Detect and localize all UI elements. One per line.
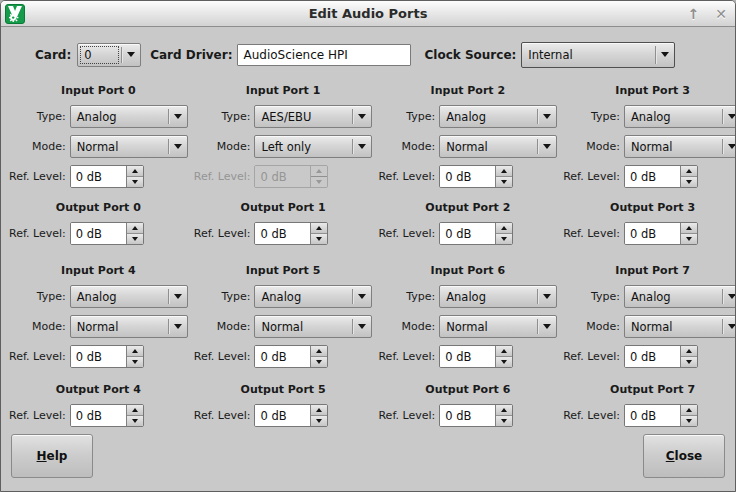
input-port-5-ref-level-spin-down-button[interactable] — [311, 357, 327, 367]
output-port-0-ref-level-spin-buttons — [126, 223, 143, 244]
input-port-7-ref-level-spin-down-button[interactable] — [681, 357, 697, 367]
input-port-7-ref-level-spin-entry[interactable]: 0 dB — [625, 346, 680, 367]
input-port-4-ref-level-spin-buttons — [126, 346, 143, 367]
output-port-7-ref-level-spin-up-button[interactable] — [681, 405, 697, 416]
input-port-2-mode-combo-value: Normal — [440, 136, 537, 157]
output-port-1-ref-level-spin: 0 dB — [254, 222, 328, 245]
input-port-7-type-combo[interactable]: Analog — [624, 285, 736, 308]
input-port-0-ref-level-spin-up-button[interactable] — [127, 166, 143, 177]
output-port-1-ref-level-spin-down-button[interactable] — [311, 234, 327, 244]
input-port-0-ref-level-spin-down-button[interactable] — [127, 177, 143, 187]
input-port-2-mode-combo[interactable]: Normal — [439, 135, 557, 158]
input-port-7-ref-level-spin-up-button[interactable] — [681, 346, 697, 357]
spin-down-icon — [132, 237, 138, 241]
output-port-4-ref-level-spin-entry[interactable]: 0 dB — [71, 405, 126, 426]
input-port-4-header: Input Port 4 — [9, 264, 188, 279]
input-port-3-mode-combo[interactable]: Normal — [624, 135, 736, 158]
output-port-1-cell: Output Port 1Ref. Level:0 dB — [194, 201, 373, 252]
output-port-5-ref-level-spin-down-button[interactable] — [311, 416, 327, 426]
output-port-6-ref-level-spin-entry[interactable]: 0 dB — [440, 405, 495, 426]
input-port-4-ref-level-spin-entry[interactable]: 0 dB — [71, 346, 126, 367]
dropdown-arrow-icon — [353, 324, 371, 329]
dropdown-arrow-icon — [169, 144, 187, 149]
spin-down-icon — [316, 180, 322, 184]
input-port-4-ref-level-spin-up-button[interactable] — [127, 346, 143, 357]
card-combo[interactable]: 0 — [77, 43, 141, 67]
ref-level-label: Ref. Level: — [378, 409, 435, 422]
input-port-0-type-combo[interactable]: Analog — [70, 105, 188, 128]
input-port-3-ref-level-spin-up-button[interactable] — [681, 166, 697, 177]
input-port-5-ref-level-spin-up-button[interactable] — [311, 346, 327, 357]
output-port-0-ref-level-spin-down-button[interactable] — [127, 234, 143, 244]
input-port-0-mode-combo-value: Normal — [71, 136, 168, 157]
input-port-2-ref-level-spin-down-button[interactable] — [496, 177, 512, 187]
output-port-2-ref-level-spin-up-button[interactable] — [496, 223, 512, 234]
input-port-5-ref-level-spin-entry[interactable]: 0 dB — [255, 346, 310, 367]
ref-level-label: Ref. Level: — [9, 170, 66, 183]
output-port-7-ref-level-spin-down-button[interactable] — [681, 416, 697, 426]
dropdown-arrow-icon — [723, 294, 736, 299]
input-port-6-ref-level-spin-down-button[interactable] — [496, 357, 512, 367]
input-port-4-ref-level-spin: 0 dB — [70, 345, 144, 368]
input-port-5-mode-combo[interactable]: Normal — [254, 315, 372, 338]
output-port-3-ref-level-spin-up-button[interactable] — [681, 223, 697, 234]
output-port-3-ref-level-spin-down-button[interactable] — [681, 234, 697, 244]
input-port-3-type-combo-value: Analog — [625, 106, 722, 127]
output-port-4-ref-level-spin-down-button[interactable] — [127, 416, 143, 426]
input-port-3-ref-level-spin-entry[interactable]: 0 dB — [625, 166, 680, 187]
input-port-6-ref-level-spin-up-button[interactable] — [496, 346, 512, 357]
output-port-section: Output Port 0Ref. Level:0 dBOutput Port … — [5, 201, 731, 252]
input-port-6-type-combo[interactable]: Analog — [439, 285, 557, 308]
output-port-6-ref-level-spin-down-button[interactable] — [496, 416, 512, 426]
input-port-6-ref-level-spin-entry[interactable]: 0 dB — [440, 346, 495, 367]
dropdown-arrow-icon — [723, 114, 736, 119]
input-port-1-mode-combo[interactable]: Left only — [254, 135, 372, 158]
output-port-5-ref-level-spin: 0 dB — [254, 404, 328, 427]
input-port-5-type-combo[interactable]: Analog — [254, 285, 372, 308]
output-port-3-ref-level-spin: 0 dB — [624, 222, 698, 245]
output-port-0-ref-level-spin-up-button[interactable] — [127, 223, 143, 234]
input-port-3-ref-level-spin-down-button[interactable] — [681, 177, 697, 187]
output-port-6-ref-level-spin-up-button[interactable] — [496, 405, 512, 416]
output-port-2-ref-level-spin-down-button[interactable] — [496, 234, 512, 244]
mode-label: Mode: — [194, 140, 251, 153]
close-window-icon[interactable]: ✕ — [715, 7, 727, 21]
output-port-7-header: Output Port 7 — [563, 383, 736, 398]
ref-level-label: Ref. Level: — [563, 409, 620, 422]
input-port-section: Input Port 4Type:AnalogMode:NormalRef. L… — [5, 264, 731, 375]
output-port-1-ref-level-spin-entry[interactable]: 0 dB — [255, 223, 310, 244]
input-port-6-header: Input Port 6 — [378, 264, 557, 279]
input-port-0-ref-level-spin-entry[interactable]: 0 dB — [71, 166, 126, 187]
output-port-5-ref-level-spin-entry[interactable]: 0 dB — [255, 405, 310, 426]
output-port-1-ref-level-spin-up-button[interactable] — [311, 223, 327, 234]
input-port-2-ref-level-spin-entry[interactable]: 0 dB — [440, 166, 495, 187]
shade-window-icon[interactable]: ↑ — [688, 7, 700, 21]
output-port-5-ref-level-spin-up-button[interactable] — [311, 405, 327, 416]
input-port-2-ref-level-spin: 0 dB — [439, 165, 513, 188]
input-port-1-type-combo[interactable]: AES/EBU — [254, 105, 372, 128]
input-port-2-type-combo[interactable]: Analog — [439, 105, 557, 128]
input-port-4-mode-combo[interactable]: Normal — [70, 315, 188, 338]
input-port-0-mode-combo[interactable]: Normal — [70, 135, 188, 158]
input-port-section: Input Port 0Type:AnalogMode:NormalRef. L… — [5, 84, 731, 195]
output-port-4-ref-level-spin-up-button[interactable] — [127, 405, 143, 416]
output-port-7-ref-level-spin-entry[interactable]: 0 dB — [625, 405, 680, 426]
input-port-4-type-combo[interactable]: Analog — [70, 285, 188, 308]
output-port-0-ref-level-spin-entry[interactable]: 0 dB — [71, 223, 126, 244]
output-port-3-ref-level-spin-entry[interactable]: 0 dB — [625, 223, 680, 244]
help-button[interactable]: Help — [11, 434, 93, 478]
output-port-2-ref-level-spin-entry[interactable]: 0 dB — [440, 223, 495, 244]
input-port-2-ref-level-spin-up-button[interactable] — [496, 166, 512, 177]
output-port-0-cell: Output Port 0Ref. Level:0 dB — [9, 201, 188, 252]
output-port-4-ref-level-spin: 0 dB — [70, 404, 144, 427]
input-port-3-type-combo[interactable]: Analog — [624, 105, 736, 128]
card-driver-input[interactable] — [237, 44, 411, 66]
clock-source-combo[interactable]: Internal — [521, 42, 675, 68]
spin-down-icon — [501, 419, 507, 423]
input-port-4-ref-level-spin-down-button[interactable] — [127, 357, 143, 367]
input-port-7-mode-combo[interactable]: Normal — [624, 315, 736, 338]
card-driver-label: Card Driver: — [150, 48, 232, 62]
close-button[interactable]: Close — [643, 434, 725, 478]
input-port-6-mode-combo[interactable]: Normal — [439, 315, 557, 338]
output-port-1-ref-level-spin-buttons — [310, 223, 327, 244]
